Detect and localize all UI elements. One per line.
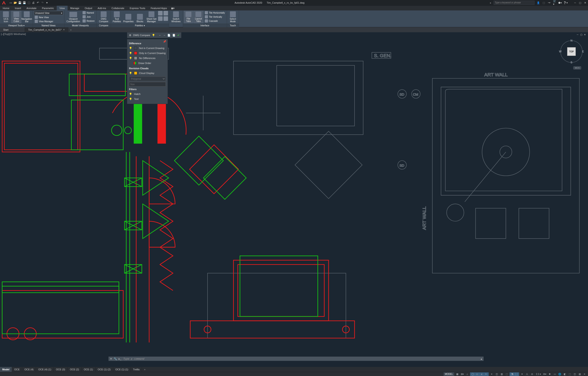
panel-palettes-label[interactable]: Palettes ▾ — [111, 24, 169, 27]
custom-icon[interactable]: ≡ — [583, 372, 587, 376]
select-mode-button[interactable]: Select Mode — [228, 11, 238, 23]
dwg-compare-button[interactable]: DWG Compare — [97, 11, 110, 23]
bulb-icon[interactable]: 💡 — [129, 93, 132, 96]
qat-open-icon[interactable]: 📂 — [13, 1, 17, 5]
qat-more-icon[interactable]: ▾ — [45, 1, 49, 5]
qat-saveas-icon[interactable]: 💾 — [22, 1, 26, 5]
tile-h-button[interactable]: Tile Horizontally — [204, 11, 226, 14]
vp-min-icon[interactable]: ─ — [576, 33, 579, 36]
cascade-button[interactable]: Cascade — [204, 19, 226, 23]
tab-view[interactable]: View — [57, 6, 68, 11]
vp-join-button[interactable]: Join — [82, 15, 95, 19]
qprops-icon[interactable]: ⬚ — [567, 372, 572, 376]
vp-close-icon[interactable]: ✕ — [583, 33, 586, 36]
add-layout-icon[interactable]: ＋ — [142, 367, 147, 372]
transp-icon[interactable]: ◫ — [494, 372, 499, 376]
hardware-icon[interactable]: ▭ — [553, 372, 557, 376]
annomon-icon[interactable]: 人 — [525, 372, 529, 376]
3dosnap-icon[interactable]: ⬚ — [504, 372, 509, 376]
tab-annotate[interactable]: Annotate — [24, 6, 39, 11]
qat-new-icon[interactable]: ▭ — [9, 1, 13, 5]
tab-addins[interactable]: Add-ins — [95, 6, 109, 11]
annoscale-icon[interactable]: ⚖ — [530, 372, 534, 376]
cmd-history-icon[interactable]: ▴ — [481, 357, 483, 360]
layout-tab[interactable]: OCE — [12, 367, 22, 372]
qat-redo-icon[interactable]: ↷ — [40, 1, 44, 5]
units-icon[interactable]: ◫ — [573, 372, 577, 376]
qat-plot-icon[interactable]: 🖨 — [31, 1, 35, 5]
clean-icon[interactable]: ▤ — [578, 372, 582, 376]
maximize-icon[interactable]: ▢ — [578, 1, 582, 4]
dwg-compare-toolbar[interactable]: ⚙ DWG Compare 💡 ← → 📄 📑 ✔ — [127, 32, 181, 38]
layout-tabs-button[interactable]: Layout Tabs — [193, 11, 203, 23]
layout-tab[interactable]: OCE (1) (2) — [95, 367, 113, 372]
panel-viewport-tools-label[interactable]: Viewport Tools ▾ — [0, 24, 33, 27]
ws-switch-icon[interactable]: ⚙▾ — [543, 372, 547, 376]
tab-parametric[interactable]: Parametric — [39, 6, 57, 11]
tile-v-button[interactable]: Tile Vertically — [204, 15, 226, 19]
sel-filter-icon[interactable]: ⛶ — [514, 372, 519, 376]
cmd-config-icon[interactable]: 🔧 — [113, 357, 118, 360]
pin-icon[interactable]: 📌 — [163, 40, 166, 43]
bulb-icon[interactable]: 💡 — [129, 47, 132, 50]
search-input[interactable]: Type a keyword or phrase — [494, 1, 535, 5]
cycle-icon[interactable]: ▥ — [500, 372, 504, 376]
tab-manage[interactable]: Manage — [68, 6, 82, 11]
switch-windows-button[interactable]: Switch Windows — [170, 11, 182, 23]
grid-icon[interactable]: ▦ — [455, 372, 459, 376]
file-tab-start[interactable]: Start — [0, 27, 25, 32]
layout-tab[interactable]: OCE (2) — [68, 367, 81, 372]
accept-icon[interactable]: ✔ — [177, 33, 179, 37]
app-logo-icon[interactable] — [0, 0, 8, 5]
cmd-close-icon[interactable]: ✕ — [109, 357, 113, 360]
tab-output[interactable]: Output — [82, 6, 95, 11]
tab-express[interactable]: Express Tools — [127, 6, 148, 11]
bulb-icon[interactable]: 💡 — [129, 72, 132, 75]
cloud-display-row[interactable]: 💡 Cloud Display — [129, 71, 166, 76]
close-icon[interactable]: ✕ — [583, 1, 587, 4]
viewport-label[interactable]: [–][Top][2D Wireframe] — [1, 33, 26, 35]
view-combo[interactable]: Unsaved View▾ — [34, 11, 63, 15]
a360-icon[interactable]: ⬟▾ — [558, 1, 562, 4]
layout-tab[interactable]: OCE (3) — [54, 367, 68, 372]
vp-named-button[interactable]: Named — [82, 11, 95, 14]
properties-button[interactable]: Properties — [122, 11, 135, 23]
view-cube-button[interactable]: View Cube — [11, 11, 21, 23]
next-diff-icon[interactable]: → — [163, 33, 166, 37]
ui-lock-icon[interactable]: 🌐 — [558, 372, 562, 376]
iso-icon[interactable]: ◧ — [563, 372, 567, 376]
blocks-button[interactable]: Blocks — [135, 11, 145, 23]
export-icon[interactable]: 📄 — [167, 33, 170, 37]
tab-collaborate[interactable]: Collaborate — [109, 6, 127, 11]
file-tab-doc[interactable]: Tim_Campbell_x_ro_bv_fp01* ✕ — [25, 27, 68, 32]
tab-insert[interactable]: Insert — [12, 6, 24, 11]
layout-tab[interactable]: OCE (1) — [82, 367, 95, 372]
prev-diff-icon[interactable]: ← — [159, 33, 161, 37]
polar-icon[interactable]: ◯ — [471, 372, 475, 376]
sheet-set-button[interactable]: Sheet Set Manager — [145, 11, 158, 23]
cloud-size-input[interactable] — [129, 82, 166, 87]
osnap-icon[interactable]: ◇ — [475, 372, 479, 376]
tool-palettes-button[interactable]: Tool Palettes — [112, 11, 122, 23]
filter-text[interactable]: 💡 Text — [129, 97, 166, 101]
bulb-icon[interactable]: 💡 — [152, 33, 155, 37]
view-manager-button[interactable]: View Manager — [34, 20, 54, 23]
bulb-icon[interactable]: 💡 — [129, 52, 132, 55]
cloud-shape-select[interactable]: Polygonal — [129, 77, 166, 81]
layout-tab[interactable]: Trellis — [131, 367, 142, 372]
cart-icon[interactable]: 🛒▾ — [553, 1, 556, 4]
qat-save-icon[interactable]: 💾 — [18, 1, 22, 5]
otrack-icon[interactable]: ∠ — [480, 372, 484, 376]
bulb-icon[interactable]: 💡 — [129, 57, 132, 60]
close-tab-icon[interactable]: ✕ — [63, 29, 65, 31]
legend-draw-order[interactable]: Draw Order — [129, 61, 166, 66]
gear-icon[interactable]: ⚙ — [129, 33, 131, 37]
legend-no-diff[interactable]: 💡 No Differences — [129, 56, 166, 61]
signin-icon[interactable]: 👤 — [537, 1, 540, 4]
cloud-icon[interactable]: • ▾ — [548, 1, 551, 4]
new-view-button[interactable]: New View — [34, 15, 50, 19]
annovis-icon[interactable]: ✚ — [548, 372, 552, 376]
nav-bar-button[interactable]: Navigation Bar — [22, 11, 32, 23]
wcs-badge[interactable]: WCS — [573, 66, 581, 69]
viewport-config-button[interactable]: Viewport Configuration — [65, 11, 81, 23]
